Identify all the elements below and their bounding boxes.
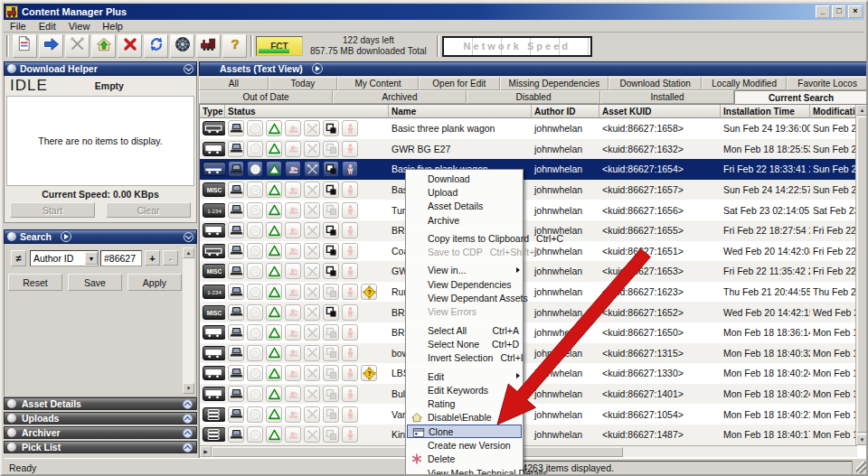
table-row[interactable]: Kingjohnwhelan<kuid:86627:1487>Mon Feb 1… — [200, 425, 856, 445]
expand-chevron-icon[interactable] — [183, 414, 193, 424]
table-row[interactable]: Basic five plank wagonjohnwhelan<kuid:86… — [200, 159, 856, 180]
assets-view-header[interactable]: Assets (Text View) — [199, 61, 868, 76]
menu-item-view-dependant-assets[interactable]: View Dependant Assets — [406, 291, 523, 304]
tab-all[interactable]: All — [199, 77, 269, 90]
tab-out-of-date[interactable]: Out of Date — [199, 90, 333, 104]
apply-button[interactable]: Apply — [127, 274, 182, 291]
tab-my-content[interactable]: My Content — [337, 77, 419, 90]
column-header-author-id[interactable]: Author ID — [532, 105, 599, 118]
menu-view[interactable]: View — [62, 21, 97, 32]
clear-button[interactable]: Clear — [106, 202, 191, 218]
menu-item-create-new-version[interactable]: Create new Version — [406, 438, 523, 452]
search-field-dropdown[interactable]: Author ID ▼ — [30, 250, 99, 266]
menu-file[interactable]: File — [4, 21, 33, 32]
train-button[interactable] — [196, 34, 221, 58]
help-button[interactable]: ? — [222, 34, 247, 58]
scroll-down-icon[interactable]: ▼ — [856, 434, 868, 445]
menu-item-asset-details[interactable]: Asset Details — [406, 200, 523, 213]
upload-home-button[interactable] — [91, 34, 116, 58]
menu-item-save-to-cdp[interactable]: Save to CDPCtrl+Shift+D — [406, 245, 523, 258]
scroll-up-icon[interactable]: ▲ — [856, 105, 868, 116]
save-button[interactable]: Save — [68, 274, 122, 291]
menu-item-upload[interactable]: Upload — [406, 185, 523, 199]
panel-header-uploads[interactable]: Uploads — [4, 412, 197, 425]
table-row[interactable]: Bulkjohnwhelan<kuid:86627:1401>Mon Feb 1… — [200, 384, 856, 405]
panel-header-asset-details[interactable]: Asset Details — [4, 397, 197, 410]
column-header-name[interactable]: Name — [389, 105, 532, 118]
tab-open-for-edit[interactable]: Open for Edit — [419, 77, 500, 90]
expand-chevron-icon[interactable] — [183, 443, 193, 453]
menu-item-view-mesh-technical-details[interactable]: View Mesh Technical Details... — [406, 466, 523, 476]
menu-item-copy-items-to-clipboard[interactable]: Copy items to ClipboardCtrl+C — [406, 231, 523, 245]
menu-item-view-in[interactable]: View in... — [406, 264, 523, 277]
collapse-chevron-icon[interactable] — [184, 64, 193, 74]
table-row[interactable]: GWR BG E27johnwhelan<kuid:86627:1632>Mon… — [200, 139, 856, 160]
add-filter-button[interactable]: + — [145, 250, 160, 266]
column-header-type[interactable]: Type — [200, 105, 225, 118]
column-header-asset-kuid[interactable]: Asset KUID — [599, 105, 721, 118]
scroll-right-icon[interactable]: ▶ — [200, 446, 212, 457]
table-row[interactable]: ?LBSCjohnwhelan<kuid:86627:1330>Mon Feb … — [200, 363, 856, 384]
search-value-input[interactable]: #86627 — [100, 250, 142, 266]
search-scrollbar[interactable]: ▲ ▼ — [183, 247, 194, 394]
close-button[interactable]: × — [848, 5, 863, 18]
expand-chevron-icon[interactable] — [183, 428, 193, 438]
menu-edit[interactable]: Edit — [33, 21, 62, 32]
menu-item-delete[interactable]: Delete — [406, 453, 523, 466]
vscroll-thumb[interactable] — [857, 117, 867, 433]
table-row[interactable]: Vanjohnwhelan<kuid:86627:1054>Mon Feb 18… — [200, 404, 856, 425]
table-row[interactable]: 1-234?Runajohnwhelan<kuid:86627:1623>Thu… — [200, 282, 856, 303]
menu-item-download[interactable]: Download — [406, 172, 523, 185]
tab-download-station[interactable]: Download Station — [609, 77, 702, 90]
table-row[interactable]: Basic three plank wagonjohnwhelan<kuid:8… — [200, 118, 856, 139]
menu-item-invert-selection[interactable]: Invert SelectionCtrl+I — [406, 351, 523, 365]
minimize-button[interactable]: _ — [816, 5, 830, 18]
vertical-scrollbar[interactable]: ▲ ▼ — [855, 105, 867, 445]
maximize-button[interactable]: □ — [832, 5, 846, 18]
tab-missing-dependencies[interactable]: Missing Dependencies — [500, 77, 609, 90]
column-header-status[interactable]: Status — [225, 105, 389, 118]
tab-disabled[interactable]: Disabled — [467, 90, 600, 104]
web-wheel-button[interactable] — [170, 34, 194, 58]
scroll-down-icon[interactable]: ▼ — [183, 383, 194, 394]
menu-item-archive[interactable]: Archive — [406, 213, 523, 227]
search-run-icon[interactable] — [61, 231, 71, 242]
menu-item-rating[interactable]: Rating — [406, 397, 523, 410]
operator-button[interactable]: ≠ — [11, 250, 26, 266]
tab-favorite-locos[interactable]: Favorite Locos — [787, 77, 868, 90]
tab-locally-modified[interactable]: Locally Modified — [702, 77, 787, 90]
assets-run-icon[interactable] — [312, 63, 323, 74]
tab-archived[interactable]: Archived — [333, 90, 467, 104]
menu-item-edit[interactable]: Edit — [406, 369, 523, 383]
table-row[interactable]: 1-234Turbjohnwhelan<kuid:86627:1656>Sat … — [200, 200, 856, 220]
expand-chevron-icon[interactable] — [183, 399, 193, 409]
column-header-installation-time[interactable]: Installation Time — [721, 105, 810, 118]
scroll-up-icon[interactable]: ▲ — [183, 247, 194, 258]
tab-today[interactable]: Today — [269, 77, 338, 90]
start-button[interactable]: Start — [10, 202, 95, 218]
column-header-modification-ti[interactable]: Modification Ti — [810, 105, 857, 118]
import-button[interactable] — [39, 34, 63, 58]
panel-header-archiver[interactable]: Archiver — [4, 426, 197, 439]
remove-filter-button[interactable]: - — [163, 250, 178, 266]
collapse-chevron-icon[interactable] — [184, 232, 193, 242]
delete-button[interactable] — [118, 34, 142, 58]
table-row[interactable]: MISCBasijohnwhelan<kuid:86627:1657>Sun F… — [200, 180, 856, 201]
table-row[interactable]: bowljohnwhelan<kuid:86627:1315>Mon Feb 1… — [200, 343, 856, 364]
download-helper-header[interactable]: Download Helper — [4, 61, 197, 76]
menu-help[interactable]: Help — [96, 21, 129, 32]
reset-button[interactable]: Reset — [8, 274, 62, 291]
tab-current-search[interactable]: Current Search — [734, 90, 868, 104]
chevron-down-icon[interactable]: ▼ — [85, 252, 98, 265]
menu-item-clone[interactable]: Clone — [407, 425, 522, 438]
resize-grip[interactable] — [856, 462, 868, 473]
menu-item-disable-enable[interactable]: Disable\Enable — [406, 411, 523, 425]
tab-installed[interactable]: Installed — [600, 90, 734, 104]
menu-item-select-all[interactable]: Select AllCtrl+A — [406, 323, 523, 337]
menu-item-view-dependencies[interactable]: View Dependencies — [406, 277, 523, 291]
fct-button[interactable]: FCT — [256, 36, 303, 56]
horizontal-scrollbar[interactable]: ◀ ▶ — [200, 445, 857, 457]
table-row[interactable]: MISCBR Bjohnwhelan<kuid:86627:1652>Wed F… — [200, 302, 856, 322]
download-queue-list[interactable]: There are no items to display. — [6, 96, 194, 186]
menu-item-edit-keywords[interactable]: Edit Keywords — [406, 383, 523, 397]
